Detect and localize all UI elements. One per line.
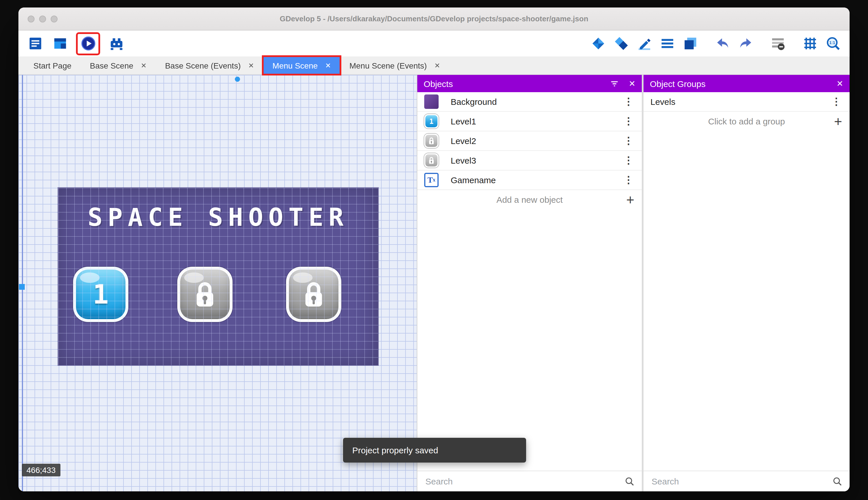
- object-groups-empty-area: [644, 131, 849, 470]
- add-object-label: Add a new object: [496, 195, 563, 204]
- window-close-button[interactable]: [28, 15, 35, 22]
- plus-icon[interactable]: +: [626, 193, 634, 206]
- object-menu-button[interactable]: ⋮: [622, 155, 635, 167]
- object-menu-button[interactable]: ⋮: [622, 115, 635, 127]
- tab-base-scene[interactable]: Base Scene ✕: [81, 56, 156, 74]
- open-object-groups-button[interactable]: [612, 35, 630, 52]
- open-layers-panel-button[interactable]: [681, 35, 699, 52]
- level3-object-icon: [424, 153, 438, 168]
- tab-close-icon[interactable]: ✕: [141, 61, 146, 69]
- lock-icon: [301, 279, 327, 310]
- tab-menu-scene[interactable]: Menu Scene ✕: [263, 56, 340, 74]
- tab-bar: Start Page Base Scene ✕ Base Scene (Even…: [19, 56, 849, 75]
- object-menu-button[interactable]: ⋮: [622, 174, 635, 186]
- toggle-window-mask-button[interactable]: [769, 35, 786, 52]
- group-row-levels[interactable]: Levels ⋮: [644, 92, 849, 112]
- object-groups-panel-title: Object Groups: [650, 79, 828, 88]
- object-cube-icon: [590, 36, 606, 51]
- plus-icon[interactable]: +: [834, 114, 842, 128]
- groups-search-input[interactable]: [650, 476, 828, 487]
- filter-button[interactable]: [610, 79, 620, 88]
- undo-icon: [715, 36, 730, 51]
- close-object-groups-panel-button[interactable]: ✕: [837, 79, 843, 88]
- window-minimize-button[interactable]: [39, 15, 46, 22]
- tab-base-scene-events[interactable]: Base Scene (Events) ✕: [156, 56, 263, 74]
- preview-button[interactable]: [80, 35, 97, 52]
- level1-object-icon: 1: [424, 114, 438, 128]
- open-objects-panel-button[interactable]: [589, 35, 607, 52]
- open-properties-button[interactable]: [635, 35, 653, 52]
- window-mask-icon: [770, 36, 785, 51]
- redo-button[interactable]: [737, 35, 754, 52]
- tab-close-icon[interactable]: ✕: [248, 61, 254, 69]
- text-object-icon: Tx: [424, 173, 438, 187]
- menu-background-instance[interactable]: SPACE SHOOTER 1: [58, 188, 378, 365]
- grid-icon: [802, 36, 818, 51]
- background-object-icon: [424, 94, 438, 109]
- scene-editor-button[interactable]: [51, 35, 69, 52]
- object-row-level1[interactable]: 1 Level1 ⋮: [417, 112, 642, 131]
- add-group-label: Click to add a group: [708, 116, 785, 126]
- top-anchor-handle[interactable]: [235, 77, 240, 82]
- objects-panel-title: Objects: [424, 79, 602, 88]
- scene-origin-line: [22, 75, 23, 491]
- object-groups-panel: Object Groups ✕ Levels ⋮ Click to add a …: [644, 75, 849, 491]
- objects-panel-empty-area: [417, 209, 642, 470]
- gdevelop-window: GDevelop 5 - /Users/dkarakay/Documents/G…: [19, 8, 849, 491]
- level3-button-instance[interactable]: [286, 267, 341, 322]
- search-icon: [624, 476, 635, 487]
- list-lines-icon: [659, 36, 675, 51]
- titlebar: GDevelop 5 - /Users/dkarakay/Documents/G…: [19, 8, 849, 31]
- game-title-text[interactable]: SPACE SHOOTER: [58, 203, 378, 231]
- screen: GDevelop 5 - /Users/dkarakay/Documents/G…: [0, 0, 868, 500]
- object-row-background[interactable]: Background ⋮: [417, 92, 642, 112]
- objects-search-bar: [417, 470, 642, 491]
- traffic-lights: [28, 8, 58, 30]
- scene-canvas[interactable]: SPACE SHOOTER 1: [19, 75, 417, 491]
- zoom-button[interactable]: 1:1: [824, 35, 842, 52]
- window-title: GDevelop 5 - /Users/dkarakay/Documents/G…: [280, 14, 588, 23]
- object-row-gamename[interactable]: Tx Gamename ⋮: [417, 171, 642, 190]
- search-icon: [832, 476, 843, 487]
- lock-icon: [192, 279, 218, 310]
- tab-start-page[interactable]: Start Page: [24, 56, 81, 74]
- window-zoom-button[interactable]: [51, 15, 58, 22]
- zoom-icon: 1:1: [825, 36, 841, 51]
- play-icon: [80, 36, 96, 51]
- object-row-level2[interactable]: Level2 ⋮: [417, 131, 642, 151]
- object-menu-button[interactable]: ⋮: [622, 95, 635, 108]
- tab-close-icon[interactable]: ✕: [434, 61, 440, 69]
- groups-search-bar: [644, 470, 849, 491]
- tab-menu-scene-events[interactable]: Menu Scene (Events) ✕: [340, 56, 449, 74]
- filter-icon: [610, 79, 620, 88]
- toast-message: Project properly saved: [352, 445, 438, 455]
- toggle-grid-button[interactable]: [801, 35, 819, 52]
- group-menu-button[interactable]: ⋮: [830, 95, 843, 108]
- lock-icon: [428, 137, 435, 145]
- pencil-icon: [636, 36, 652, 51]
- cursor-coordinates: 466;433: [22, 464, 60, 476]
- object-row-level3[interactable]: Level3 ⋮: [417, 151, 642, 171]
- add-group-row[interactable]: Click to add a group +: [644, 112, 849, 131]
- object-groups-panel-header: Object Groups ✕: [644, 75, 849, 92]
- level1-button-instance[interactable]: 1: [73, 267, 128, 322]
- debugger-icon: [108, 36, 124, 51]
- window-image-icon: [52, 36, 68, 51]
- debugger-button[interactable]: [108, 35, 125, 52]
- project-manager-button[interactable]: [26, 35, 44, 52]
- lock-icon: [428, 156, 435, 165]
- tab-close-icon[interactable]: ✕: [325, 61, 331, 69]
- preview-highlight-box: [76, 32, 100, 55]
- level2-object-icon: [424, 134, 438, 148]
- close-objects-panel-button[interactable]: ✕: [629, 79, 635, 88]
- level2-button-instance[interactable]: [177, 267, 233, 322]
- left-edge-handle[interactable]: [19, 284, 25, 290]
- add-object-row[interactable]: Add a new object +: [417, 190, 642, 209]
- objects-search-input[interactable]: [424, 476, 620, 487]
- level1-number: 1: [93, 279, 108, 310]
- menu-lines-icon: [27, 36, 43, 51]
- undo-button[interactable]: [714, 35, 731, 52]
- zoom-level-label: 1:1: [829, 40, 835, 45]
- open-instances-list-button[interactable]: [658, 35, 676, 52]
- object-menu-button[interactable]: ⋮: [622, 135, 635, 147]
